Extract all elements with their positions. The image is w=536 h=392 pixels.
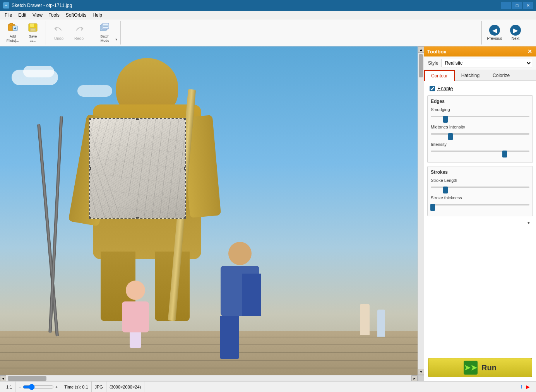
svg-line-33 — [90, 157, 185, 169]
child-figure — [120, 281, 151, 342]
facebook-icon[interactable]: f — [521, 384, 522, 390]
svg-rect-8 — [31, 29, 35, 31]
scroll-left-button[interactable]: ◄ — [0, 375, 6, 381]
close-button[interactable]: ✕ — [523, 2, 533, 9]
menu-view[interactable]: View — [29, 12, 46, 19]
previous-label: Previous — [487, 36, 502, 41]
sketch-overlay-box[interactable] — [89, 118, 186, 219]
save-as-label: Saveas... — [29, 34, 37, 43]
add-files-icon — [7, 23, 18, 34]
resize-handle-bm[interactable] — [136, 217, 139, 219]
menu-help[interactable]: Help — [89, 12, 105, 19]
redo-button[interactable]: Redo — [69, 22, 89, 44]
svg-line-23 — [152, 119, 163, 218]
title-bar: ✏ Sketch Drawer - otp-1711.jpg — □ ✕ — [0, 0, 536, 11]
toolbar-group-file: AddFile(s)... Saveas... — [3, 21, 46, 45]
zoom-increase-icon[interactable]: + — [55, 385, 58, 389]
toolbox-close-button[interactable]: ✕ — [527, 48, 533, 55]
main-area: ▲ ▼ ◄ ► Toolbox ✕ Style Realistic Clas — [0, 46, 536, 381]
svg-line-32 — [90, 142, 185, 154]
resize-handle-tr[interactable] — [184, 118, 186, 120]
midtones-thumb[interactable] — [448, 133, 453, 140]
svg-line-19 — [121, 119, 132, 181]
status-time: Time (s): 0.1 — [61, 382, 91, 392]
youtube-icon[interactable]: ▶ — [526, 384, 530, 390]
stroke-length-thumb[interactable] — [443, 187, 448, 193]
scroll-thumb-horizontal[interactable] — [8, 376, 46, 381]
stroke-length-label: Stroke Length — [431, 178, 529, 183]
status-format: JPG — [92, 382, 106, 392]
app-icon: ✏ — [3, 2, 9, 9]
cloud-1b — [23, 66, 54, 77]
batch-mode-button[interactable]: BatchMode — [95, 22, 115, 44]
zoom-slider[interactable] — [23, 384, 54, 390]
minimize-button[interactable]: — — [501, 2, 511, 9]
stroke-thickness-track — [431, 204, 529, 205]
tab-hatching[interactable]: Hatching — [455, 70, 486, 81]
scroll-up-button[interactable]: ▲ — [418, 46, 424, 53]
resize-handle-tl[interactable] — [89, 118, 91, 120]
dimensions-label: (3000×2000×24) — [110, 385, 141, 389]
scroll-down-button[interactable]: ▼ — [418, 369, 424, 375]
man-figure — [217, 242, 263, 358]
prev-next-group: ◀ Previous ▶ Next — [480, 21, 533, 45]
next-button[interactable]: ▶ Next — [506, 22, 525, 44]
enable-checkbox[interactable] — [430, 86, 435, 91]
svg-line-27 — [90, 130, 121, 218]
save-as-button[interactable]: Saveas... — [23, 22, 43, 44]
smudging-thumb[interactable] — [443, 116, 448, 123]
svg-rect-11 — [103, 23, 109, 29]
save-icon — [27, 23, 38, 34]
style-row: Style Realistic Classic Manga Cartoon — [424, 56, 536, 70]
canvas-area[interactable]: ▲ ▼ ◄ ► — [0, 46, 424, 381]
scroll-corner — [418, 375, 424, 381]
menu-softorbits[interactable]: SoftOrbits — [63, 12, 89, 19]
resize-handle-br[interactable] — [184, 217, 186, 219]
stroke-thickness-slider-container — [431, 201, 529, 208]
title-bar-left: ✏ Sketch Drawer - otp-1711.jpg — [3, 2, 72, 9]
bg-person-1 — [360, 304, 370, 335]
intensity-track — [431, 151, 529, 152]
menu-file[interactable]: File — [2, 12, 15, 19]
edges-title: Edges — [431, 99, 529, 104]
add-files-button[interactable]: AddFile(s)... — [3, 22, 22, 44]
menu-edit[interactable]: Edit — [15, 12, 29, 19]
style-select[interactable]: Realistic Classic Manga Cartoon — [442, 59, 532, 67]
zoom-ratio-label: 1:1 — [6, 385, 12, 389]
maximize-button[interactable]: □ — [512, 2, 522, 9]
scroll-thumb-vertical[interactable] — [419, 54, 423, 77]
scroll-right-button[interactable]: ► — [411, 375, 418, 381]
stroke-thickness-thumb[interactable] — [430, 204, 435, 211]
svg-line-29 — [90, 169, 105, 218]
status-zoom-slider-section: − + — [15, 382, 61, 392]
next-icon: ▶ — [510, 25, 521, 36]
svg-line-25 — [167, 119, 179, 218]
resize-handle-mr[interactable] — [184, 167, 186, 170]
midtones-slider-container — [431, 130, 529, 137]
vertical-scrollbar[interactable]: ▲ ▼ — [418, 46, 424, 381]
horizontal-scrollbar[interactable]: ◄ ► — [0, 375, 418, 381]
intensity-thumb[interactable] — [502, 151, 507, 157]
smudging-track — [431, 116, 529, 117]
svg-line-36 — [90, 204, 185, 216]
tab-contour[interactable]: Contour — [424, 70, 455, 81]
svg-line-35 — [90, 188, 185, 200]
zoom-decrease-icon[interactable]: − — [19, 385, 21, 389]
resize-handle-ml[interactable] — [89, 167, 91, 170]
resize-handle-tm[interactable] — [136, 118, 139, 120]
run-button[interactable]: ➤➤ Run — [428, 358, 532, 377]
resize-handle-bl[interactable] — [89, 217, 91, 219]
menu-tools[interactable]: Tools — [46, 12, 63, 19]
undo-button[interactable]: Undo — [49, 22, 68, 44]
previous-button[interactable]: ◀ Previous — [485, 22, 504, 44]
plank-1 — [0, 337, 424, 337]
enable-row: Enable — [427, 84, 533, 93]
svg-line-22 — [144, 119, 156, 218]
tab-colorize[interactable]: Colorize — [486, 70, 516, 81]
plank-2 — [0, 344, 424, 345]
stroke-length-slider-container — [431, 184, 529, 191]
status-zoom-ratio: 1:1 — [3, 382, 15, 392]
edges-section: Edges Smudging Midtones Intensity — [427, 95, 533, 163]
svg-line-28 — [90, 150, 113, 218]
run-label: Run — [481, 363, 497, 372]
